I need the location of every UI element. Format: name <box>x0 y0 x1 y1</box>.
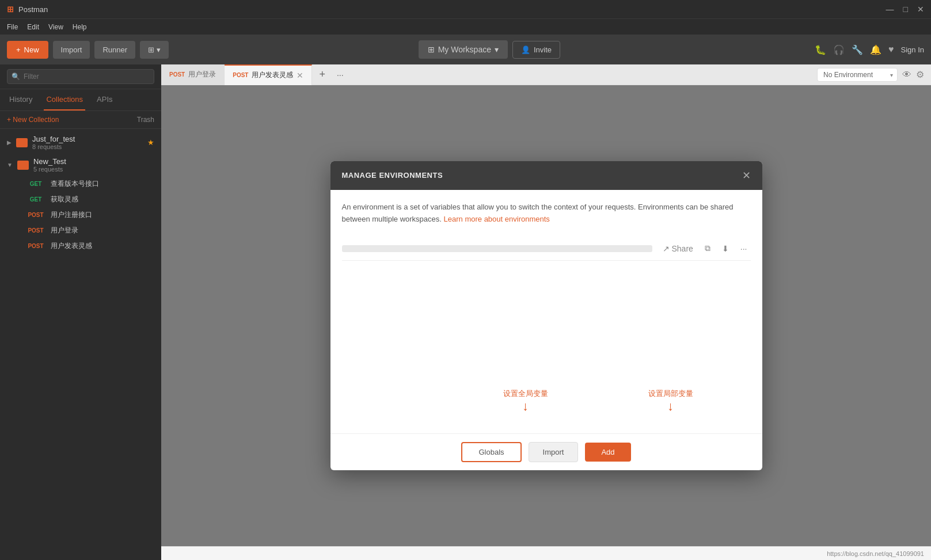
layout-button[interactable]: ⊞ ▾ <box>140 41 169 59</box>
trash-button[interactable]: Trash <box>137 116 154 124</box>
new-collection-label: + New Collection <box>7 116 59 124</box>
download-icon: ⬇ <box>722 244 729 253</box>
workspace-chevron-icon: ▾ <box>495 45 499 54</box>
add-tab-button[interactable]: + <box>312 68 332 81</box>
tab-1[interactable]: POST 用户登录 <box>161 64 225 85</box>
menu-edit[interactable]: Edit <box>27 23 39 31</box>
invite-label: Invite <box>534 45 552 54</box>
request-item-3[interactable]: POST 用户注册接口 <box>0 207 161 223</box>
menu-help[interactable]: Help <box>73 23 87 31</box>
collection-new-test[interactable]: ▼ New_Test 5 requests <box>0 154 161 176</box>
menu-view[interactable]: View <box>48 23 63 31</box>
toolbar: + New Import Runner ⊞ ▾ ⊞ My Workspace ▾… <box>0 35 931 64</box>
download-button[interactable]: ⬇ <box>719 241 732 256</box>
globals-label: Globals <box>478 448 504 456</box>
import-button[interactable]: Import <box>53 41 90 59</box>
sidebar-search-area: 🔍 <box>0 64 161 89</box>
env-select[interactable]: No Environment <box>817 68 898 82</box>
workspace-label: My Workspace <box>438 45 491 54</box>
tab2-method: POST <box>233 72 248 78</box>
annotation-globals-arrow: ↓ <box>503 400 548 413</box>
headset-icon[interactable]: 🎧 <box>833 44 845 55</box>
learn-more-link[interactable]: Learn more about environments <box>444 215 550 223</box>
duplicate-button[interactable]: ⧉ <box>701 241 714 256</box>
layout-icon: ⊞ ▾ <box>148 45 161 54</box>
filter-input[interactable] <box>7 69 154 84</box>
env-item-name[interactable] <box>342 245 652 252</box>
maximize-button[interactable]: □ <box>903 5 908 14</box>
collection-info-2: New_Test 5 requests <box>33 157 154 173</box>
new-collection-button[interactable]: + New Collection <box>7 116 59 124</box>
folder-icon-2 <box>17 161 29 170</box>
tabs-right: No Environment ▾ 👁 ⚙ <box>817 68 931 82</box>
annotation-add-area: 设置局部变量 ↓ <box>648 388 693 413</box>
import-footer-button[interactable]: Import <box>529 442 579 462</box>
request-item-1[interactable]: GET 查看版本号接口 <box>0 176 161 192</box>
runner-label: Runner <box>102 45 127 54</box>
folder-icon <box>16 138 28 147</box>
close-button[interactable]: ✕ <box>917 5 924 14</box>
more-options-button[interactable]: ··· <box>737 241 751 256</box>
request-item-2[interactable]: GET 获取灵感 <box>0 192 161 207</box>
menu-file[interactable]: File <box>7 23 18 31</box>
app-title: Postman <box>18 5 48 14</box>
globals-button[interactable]: Globals <box>461 442 521 462</box>
tab2-name: 用户发表灵感 <box>252 70 293 80</box>
menu-bar: File Edit View Help <box>0 18 931 35</box>
sidebar: 🔍 History Collections APIs + New Collect… <box>0 64 161 560</box>
share-button[interactable]: ↗ Share <box>659 241 697 256</box>
request-item-5[interactable]: POST 用户发表灵感 <box>0 238 161 254</box>
content-area: POST 用户登录 POST 用户发表灵感 ✕ + ··· No Environ… <box>161 64 931 560</box>
star-icon[interactable]: ★ <box>147 138 154 147</box>
tab-apis[interactable]: APIs <box>94 89 115 111</box>
runner-button[interactable]: Runner <box>94 41 135 59</box>
tab-history[interactable]: History <box>7 89 35 111</box>
add-button[interactable]: Add <box>585 443 630 462</box>
settings-icon[interactable]: 🔧 <box>852 44 863 55</box>
method-post-badge: POST <box>25 211 46 219</box>
app-logo-icon: ⊞ <box>7 5 14 14</box>
more-tabs-button[interactable]: ··· <box>332 70 348 79</box>
duplicate-icon: ⧉ <box>705 243 710 253</box>
new-button[interactable]: + New <box>7 41 48 59</box>
env-chevron-icon: ▾ <box>890 71 893 78</box>
bell-icon[interactable]: 🔔 <box>870 44 881 55</box>
sign-in-button[interactable]: Sign In <box>901 45 924 54</box>
annotation-add-arrow: ↓ <box>648 400 693 413</box>
gear-icon[interactable]: ⚙ <box>916 69 924 80</box>
method-get-badge: GET <box>25 180 46 188</box>
request-name-3: 用户注册接口 <box>51 210 92 220</box>
collection-just-for-test[interactable]: ▶ Just_for_test 8 requests ★ <box>0 131 161 154</box>
invite-button[interactable]: 👤 Invite <box>512 41 560 59</box>
modal-close-button[interactable]: ✕ <box>742 169 751 182</box>
annotation-area: 设置全局变量 ↓ 设置局部变量 ↓ <box>330 387 762 433</box>
tab-close-icon[interactable]: ✕ <box>297 71 303 80</box>
workspace-icon: ⊞ <box>428 45 435 54</box>
tab1-name: 用户登录 <box>188 70 216 79</box>
main-layout: 🔍 History Collections APIs + New Collect… <box>0 64 931 560</box>
modal-overlay: MANAGE ENVIRONMENTS ✕ An environment is … <box>161 85 931 546</box>
minimize-button[interactable]: — <box>886 5 894 14</box>
modal-footer: Globals Import Add <box>330 433 762 470</box>
method-get-badge-2: GET <box>25 196 46 203</box>
bottom-bar: https://blog.csdn.net/qq_41099091 <box>161 546 931 560</box>
share-icon: ↗ <box>663 244 670 253</box>
annotation-globals-area: 设置全局变量 ↓ <box>503 388 548 413</box>
workspace-button[interactable]: ⊞ My Workspace ▾ <box>419 40 508 59</box>
window-controls: — □ ✕ <box>886 5 924 14</box>
heart-icon[interactable]: ♥ <box>888 44 894 55</box>
new-label: New <box>24 45 39 54</box>
eye-icon[interactable]: 👁 <box>902 70 911 80</box>
sign-in-label: Sign In <box>901 45 924 54</box>
tab-2[interactable]: POST 用户发表灵感 ✕ <box>225 64 312 85</box>
search-icon: 🔍 <box>12 73 20 81</box>
tab-collections[interactable]: Collections <box>44 89 85 111</box>
env-item-row: ↗ Share ⧉ ⬇ ··· <box>342 237 751 261</box>
sidebar-actions: + New Collection Trash <box>0 111 161 129</box>
request-item-4[interactable]: POST 用户登录 <box>0 223 161 238</box>
sidebar-content: ▶ Just_for_test 8 requests ★ ▼ New_Test … <box>0 129 161 560</box>
request-name-5: 用户发表灵感 <box>51 241 92 251</box>
bug-icon[interactable]: 🐛 <box>815 44 826 55</box>
collection-info: Just_for_test 8 requests <box>32 135 143 150</box>
modal-body: An environment is a set of variables tha… <box>330 190 762 388</box>
